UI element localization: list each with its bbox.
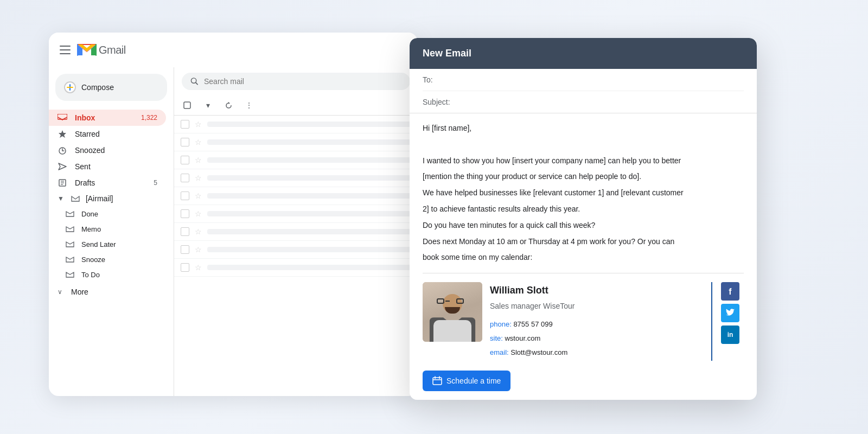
inbox-icon	[58, 113, 67, 123]
row-checkbox[interactable]	[181, 174, 189, 182]
done-folder-icon	[65, 209, 75, 219]
site-value: wstour.com	[505, 334, 540, 342]
table-row[interactable]: ☆	[174, 205, 418, 223]
row-checkbox[interactable]	[181, 120, 189, 129]
table-row[interactable]: ☆	[174, 116, 418, 133]
row-checkbox[interactable]	[181, 263, 189, 272]
sidebar-item-todo[interactable]: To Do	[49, 267, 174, 282]
row-checkbox[interactable]	[181, 156, 189, 164]
email-preview-bar	[207, 193, 411, 199]
todo-label: To Do	[81, 271, 100, 279]
row-star-icon[interactable]: ☆	[195, 138, 202, 146]
glasses-left	[437, 298, 444, 304]
send-later-label: Send Later	[81, 240, 116, 248]
search-input[interactable]	[204, 77, 401, 86]
phone-label: phone:	[490, 320, 512, 328]
linkedin-button[interactable]: in	[721, 326, 739, 344]
select-checkbox-icon[interactable]	[180, 98, 195, 113]
body-line-1: Hi [first name],	[423, 122, 744, 135]
memo-label: Memo	[81, 225, 101, 233]
svg-marker-22	[227, 102, 230, 104]
sidebar-item-done[interactable]: Done	[49, 206, 174, 221]
sig-site: site: wstour.com	[490, 333, 699, 344]
svg-rect-6	[95, 44, 97, 56]
glasses-bridge	[445, 301, 450, 302]
row-star-icon[interactable]: ☆	[195, 192, 202, 200]
compose-button[interactable]: Compose	[55, 74, 167, 101]
email-preview-bar	[207, 211, 411, 216]
table-row[interactable]: ☆	[174, 241, 418, 259]
svg-line-20	[196, 82, 197, 84]
row-star-icon[interactable]: ☆	[195, 245, 202, 254]
table-row[interactable]: ☆	[174, 169, 418, 187]
email-preview-bar	[207, 175, 411, 181]
search-bar	[174, 67, 418, 95]
sidebar-item-inbox[interactable]: Inbox 1,322	[49, 110, 166, 126]
table-row[interactable]: ☆	[174, 133, 418, 151]
row-star-icon[interactable]: ☆	[195, 156, 202, 164]
row-star-icon[interactable]: ☆	[195, 263, 202, 272]
airmail-label: [Airmail]	[86, 194, 113, 203]
row-star-icon[interactable]: ☆	[195, 174, 202, 182]
sidebar-item-send-later[interactable]: Send Later	[49, 237, 174, 252]
table-row[interactable]: ☆	[174, 259, 418, 277]
body-line-6: Do you have ten minutes for a quick call…	[423, 219, 744, 232]
email-preview-bar	[207, 157, 411, 163]
sig-name: William Slott	[490, 282, 699, 299]
sent-icon	[58, 162, 67, 171]
compose-to-field[interactable]: To:	[423, 69, 744, 91]
inbox-label: Inbox	[75, 113, 95, 122]
hamburger-menu-icon[interactable]	[60, 46, 71, 54]
more-label: More	[71, 288, 88, 296]
table-row[interactable]: ☆	[174, 223, 418, 241]
compose-fields-section: To: Subject:	[410, 69, 757, 113]
row-checkbox[interactable]	[181, 138, 189, 146]
gmail-panel: Gmail Compose	[49, 33, 418, 396]
sidebar-item-drafts[interactable]: Drafts 5	[49, 175, 166, 191]
search-input-wrap[interactable]	[182, 73, 410, 90]
row-checkbox[interactable]	[181, 209, 189, 218]
svg-rect-21	[184, 102, 190, 108]
person-beard	[445, 307, 460, 314]
more-chevron-icon: ∨	[58, 288, 62, 296]
row-star-icon[interactable]: ☆	[195, 120, 202, 129]
signature-divider	[711, 282, 712, 361]
refresh-icon[interactable]	[221, 98, 236, 113]
to-label: To:	[423, 75, 461, 84]
body-line-2: I wanted to show you how [insert your co…	[423, 155, 744, 168]
snooze-folder-label: Snooze	[81, 256, 105, 264]
gmail-content-area: ▾ ⋮ ☆ ☆	[174, 67, 418, 396]
table-row[interactable]: ☆	[174, 151, 418, 169]
email-preview-bar	[207, 247, 411, 252]
row-star-icon[interactable]: ☆	[195, 227, 202, 236]
sidebar-item-more[interactable]: ∨ More	[49, 284, 166, 299]
phone-value: 8755 57 099	[513, 320, 552, 328]
sidebar-item-snooze[interactable]: Snooze	[49, 252, 174, 267]
body-spacer	[423, 138, 744, 151]
email-preview-bar	[207, 265, 411, 270]
sidebar-item-starred[interactable]: Starred	[49, 126, 166, 142]
more-options-icon[interactable]: ⋮	[241, 98, 257, 113]
facebook-button[interactable]: f	[721, 282, 739, 301]
schedule-button[interactable]: Schedule a time	[423, 371, 510, 391]
facebook-icon: f	[729, 284, 731, 299]
table-row[interactable]: ☆	[174, 187, 418, 205]
gmail-header: Gmail	[49, 33, 418, 67]
sidebar-item-snoozed[interactable]: Snoozed	[49, 142, 166, 158]
compose-subject-field[interactable]: Subject:	[423, 91, 744, 113]
drafts-label: Drafts	[75, 178, 95, 187]
body-line-7: Does next Monday at 10 am or Thursday at…	[423, 235, 744, 248]
sidebar-item-sent[interactable]: Sent	[49, 158, 166, 175]
twitter-button[interactable]	[721, 304, 739, 322]
body-line-4: We have helped businesses like [relevant…	[423, 187, 744, 200]
calendar-icon	[432, 376, 442, 386]
dropdown-arrow-icon[interactable]: ▾	[200, 98, 215, 113]
row-star-icon[interactable]: ☆	[195, 209, 202, 218]
compose-body-area[interactable]: Hi [first name], I wanted to show you ho…	[410, 113, 757, 400]
airmail-folder-header[interactable]: ▼ [Airmail]	[49, 191, 174, 206]
row-checkbox[interactable]	[181, 192, 189, 200]
sidebar-item-memo[interactable]: Memo	[49, 221, 174, 237]
row-checkbox[interactable]	[181, 227, 189, 236]
row-checkbox[interactable]	[181, 245, 189, 254]
email-signature: William Slott Sales manager WiseTour pho…	[423, 273, 744, 361]
